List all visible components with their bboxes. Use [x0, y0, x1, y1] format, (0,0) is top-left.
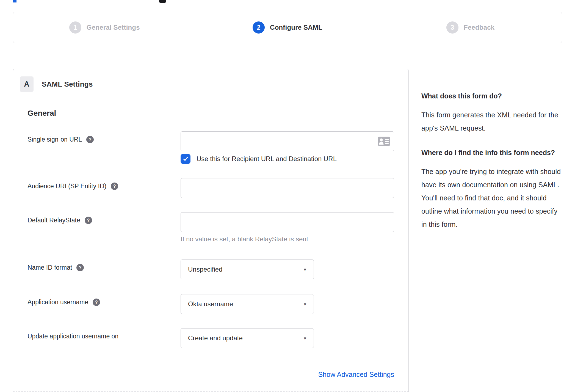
help-body-where: The app you're trying to integrate with …: [421, 165, 563, 231]
section-a-badge: A: [20, 76, 34, 92]
help-sidebar: What does this form do? This form genera…: [421, 69, 563, 244]
default-relaystate-input-wrap: [181, 212, 394, 232]
default-relaystate-label: Default RelayState: [27, 216, 80, 224]
name-id-format-label: Name ID format: [27, 263, 72, 272]
audience-uri-input-wrap: [181, 178, 394, 198]
show-advanced-settings-link[interactable]: Show Advanced Settings: [318, 371, 394, 378]
section-title: SAML Settings: [42, 80, 93, 89]
default-relaystate-help-icon[interactable]: ?: [85, 217, 92, 224]
sso-url-help-icon[interactable]: ?: [86, 136, 94, 143]
name-id-format-help-icon[interactable]: ?: [76, 264, 84, 271]
step-general-settings[interactable]: 1 General Settings: [13, 12, 196, 43]
caret-down-icon: ▼: [303, 336, 307, 341]
help-body-what: This form generates the XML needed for t…: [421, 108, 563, 135]
caret-down-icon: ▼: [303, 267, 307, 272]
caret-down-icon: ▼: [303, 302, 307, 307]
sso-url-row: Single sign-on URL ?: [27, 131, 394, 164]
default-relaystate-hint: If no value is set, a blank RelayState i…: [181, 235, 394, 244]
recipient-url-checkbox-row: Use this for Recipient URL and Destinati…: [181, 154, 394, 164]
name-id-format-row: Name ID format ? Unspecified ▼: [27, 260, 394, 279]
help-heading-what: What does this form do?: [421, 91, 563, 101]
audience-uri-label: Audience URI (SP Entity ID): [27, 182, 106, 190]
step-1-number-badge: 1: [69, 21, 81, 34]
application-username-row: Application username ? Okta username ▼: [27, 294, 394, 314]
sso-url-label: Single sign-on URL: [27, 135, 82, 143]
update-app-username-value: Create and update: [188, 334, 243, 342]
use-for-recipient-checkbox[interactable]: [181, 154, 190, 164]
saml-settings-header: A SAML Settings: [20, 76, 408, 92]
step-configure-saml[interactable]: 2 Configure SAML: [196, 12, 379, 43]
contact-card-icon: [378, 137, 390, 146]
audience-uri-input[interactable]: [181, 178, 394, 198]
application-username-value: Okta username: [188, 300, 233, 308]
top-cutoff-strip: [0, 0, 575, 8]
cutoff-logo-fragment: [13, 0, 16, 2]
step-3-label: Feedback: [464, 24, 494, 31]
cutoff-icon-fragment: [159, 0, 166, 3]
step-feedback[interactable]: 3 Feedback: [379, 12, 562, 43]
step-3-number-badge: 3: [446, 21, 458, 34]
saml-settings-card: A SAML Settings General Single sign-on U…: [13, 69, 409, 392]
application-username-select[interactable]: Okta username ▼: [181, 294, 314, 314]
audience-uri-help-icon[interactable]: ?: [111, 183, 118, 190]
step-2-number-badge: 2: [253, 21, 265, 34]
audience-uri-row: Audience URI (SP Entity ID) ?: [27, 178, 394, 198]
default-relaystate-row: Default RelayState ? If no value is set,…: [27, 212, 394, 244]
use-for-recipient-checkbox-label: Use this for Recipient URL and Destinati…: [197, 155, 337, 163]
name-id-format-value: Unspecified: [188, 266, 222, 273]
sso-url-input-wrap: [181, 131, 394, 151]
general-group-heading: General: [27, 109, 408, 118]
sso-url-input[interactable]: [181, 132, 394, 151]
name-id-format-select[interactable]: Unspecified ▼: [181, 260, 314, 279]
update-app-username-select[interactable]: Create and update ▼: [181, 328, 314, 348]
step-2-label: Configure SAML: [270, 24, 322, 31]
default-relaystate-input[interactable]: [181, 212, 394, 232]
help-heading-where: Where do I find the info this form needs…: [421, 147, 563, 158]
wizard-stepper: 1 General Settings 2 Configure SAML 3 Fe…: [13, 12, 562, 43]
application-username-help-icon[interactable]: ?: [93, 299, 100, 306]
step-1-label: General Settings: [87, 24, 140, 31]
update-app-username-row: Update application username on Create an…: [27, 328, 394, 348]
update-app-username-label: Update application username on: [27, 332, 118, 340]
application-username-label: Application username: [27, 298, 88, 306]
